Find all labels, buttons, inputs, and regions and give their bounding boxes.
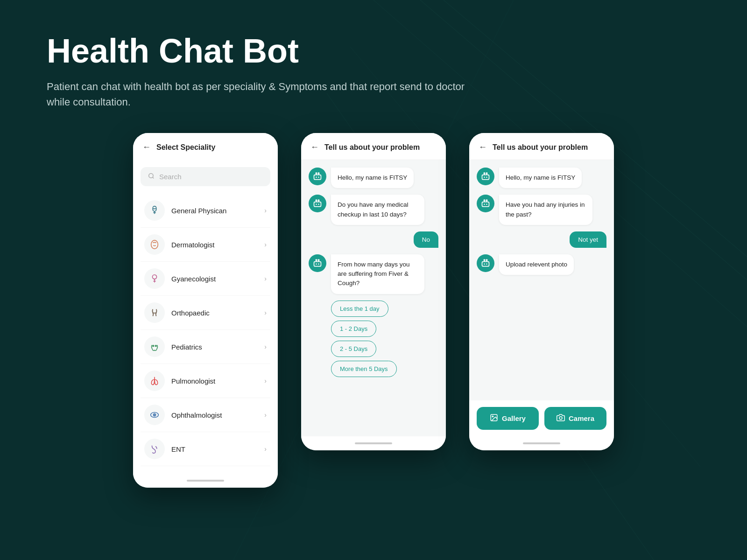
option-less-1-day[interactable]: Less the 1 day (331, 301, 388, 317)
phone3-title: Tell us about your problem (493, 143, 588, 152)
bot-message-p3-1: Hello, my name is FITSY (477, 168, 606, 188)
pulmo-icon (144, 371, 165, 391)
user-bubble-p3-1: Not yet (570, 231, 606, 248)
svg-rect-42 (482, 262, 489, 266)
svg-point-6 (149, 174, 153, 178)
option-1-2-days[interactable]: 1 - 2 Days (331, 321, 376, 337)
bot-bubble-1: Hello, my name is FITSY (331, 168, 414, 188)
speciality-list: General Physican › Dermatologist › Gyane… (141, 194, 270, 466)
opthal-icon (144, 405, 165, 425)
phone-chat-fever: ← Tell us about your problem Hello, my n… (301, 133, 446, 450)
bot-bubble-3: From how many days you are suffering fro… (331, 254, 424, 294)
phone2-bottom-bar (301, 436, 446, 450)
header-section: Health Chat Bot Patient can chat with he… (0, 0, 747, 133)
chevron-right-icon: › (264, 445, 267, 453)
user-bubble-1: No (414, 231, 438, 248)
bot-avatar-3 (309, 254, 326, 272)
option-more-5-days[interactable]: More then 5 Days (331, 361, 397, 377)
svg-line-7 (153, 177, 154, 179)
search-placeholder: Search (159, 173, 182, 181)
gynae-icon (144, 268, 165, 289)
ent-icon (144, 439, 165, 459)
speciality-item-general[interactable]: General Physican › (141, 194, 270, 228)
chevron-right-icon: › (264, 309, 267, 316)
gallery-button[interactable]: Gallery (477, 407, 539, 430)
gallery-icon (490, 413, 498, 423)
general-icon (144, 200, 165, 221)
svg-point-34 (486, 177, 487, 178)
back-arrow-icon-2[interactable]: ← (310, 142, 319, 152)
phone3-header: ← Tell us about your problem (469, 133, 614, 160)
svg-point-40 (484, 200, 485, 202)
svg-point-13 (155, 345, 156, 347)
bot-avatar-p3-1 (477, 168, 494, 185)
bot-message-2: Do you have any medical checkup in last … (309, 195, 438, 225)
chevron-right-icon: › (264, 377, 267, 385)
search-icon (148, 173, 155, 181)
speciality-item-dermato[interactable]: Dermatologist › (141, 228, 270, 262)
chevron-right-icon: › (264, 343, 267, 350)
back-arrow-icon-3[interactable]: ← (479, 142, 487, 152)
pediatrics-label: Pediatrics (171, 343, 264, 351)
gynae-label: Gyanecologist (171, 275, 264, 283)
ortho-label: Orthopaedic (171, 309, 264, 317)
bot-avatar-2 (309, 195, 326, 212)
ortho-icon (144, 302, 165, 323)
phone1-header: ← Select Speciality (133, 133, 278, 160)
dermato-icon (144, 234, 165, 255)
phone3-chat: Hello, my name is FITSY Have you had any… (469, 160, 614, 400)
opthal-label: Ophthalmologist (171, 411, 264, 419)
camera-button[interactable]: Camera (544, 407, 606, 430)
svg-point-16 (154, 414, 155, 415)
bot-message-3: From how many days you are suffering fro… (309, 254, 438, 294)
speciality-item-pediatrics[interactable]: Pediatrics › (141, 330, 270, 364)
speciality-item-ent[interactable]: ENT › (141, 432, 270, 466)
speciality-item-opthal[interactable]: Ophthalmologist › (141, 398, 270, 432)
phone-chat-injury: ← Tell us about your problem Hello, my n… (469, 133, 614, 450)
svg-rect-27 (314, 262, 321, 266)
bot-bubble-p3-1: Hello, my name is FITSY (499, 168, 582, 188)
svg-point-11 (152, 275, 156, 279)
page-title: Health Chat Bot (47, 33, 700, 70)
svg-point-26 (318, 200, 319, 202)
svg-point-21 (318, 173, 319, 174)
search-bar[interactable]: Search (141, 167, 270, 186)
phone1-content: Search General Physican › Dermatologist … (133, 160, 278, 474)
svg-point-30 (316, 259, 317, 261)
phone3-bottom-actions: Gallery Camera (469, 400, 614, 436)
chevron-right-icon: › (264, 241, 267, 248)
ent-label: ENT (171, 445, 264, 453)
svg-point-24 (318, 204, 319, 205)
speciality-item-pulmo[interactable]: Pulmonologist › (141, 364, 270, 398)
svg-point-33 (484, 177, 485, 178)
bot-bubble-p3-2: Have you had any injuries in the past? (499, 195, 592, 225)
speciality-item-gynae[interactable]: Gyanecologist › (141, 262, 270, 296)
svg-point-43 (484, 263, 485, 265)
speciality-item-ortho[interactable]: Orthopaedic › (141, 296, 270, 330)
bot-avatar-p3-3 (477, 254, 494, 272)
svg-rect-22 (314, 202, 321, 207)
svg-point-49 (559, 417, 562, 420)
dermato-label: Dermatologist (171, 241, 264, 249)
svg-rect-37 (482, 202, 489, 207)
svg-point-20 (316, 173, 317, 174)
bot-avatar-1 (309, 168, 326, 185)
camera-label: Camera (569, 414, 594, 422)
chevron-right-icon: › (264, 275, 267, 282)
bot-message-1: Hello, my name is FITSY (309, 168, 438, 188)
back-arrow-icon[interactable]: ← (142, 142, 151, 152)
bot-bubble-2: Do you have any medical checkup in last … (331, 195, 424, 225)
svg-point-12 (153, 345, 154, 347)
svg-point-18 (316, 177, 317, 178)
bottom-indicator (187, 480, 224, 482)
gallery-label: Gallery (502, 414, 526, 422)
svg-rect-17 (314, 175, 321, 180)
chevron-right-icon: › (264, 207, 267, 214)
option-2-5-days[interactable]: 2 - 5 Days (331, 341, 376, 357)
svg-point-38 (484, 204, 485, 205)
bot-message-p3-3: Upload relevent photo (477, 254, 606, 275)
user-message-p3-1: Not yet (477, 231, 606, 248)
pediatrics-icon (144, 336, 165, 357)
phone2-header: ← Tell us about your problem (301, 133, 446, 160)
general-label: General Physican (171, 207, 264, 215)
